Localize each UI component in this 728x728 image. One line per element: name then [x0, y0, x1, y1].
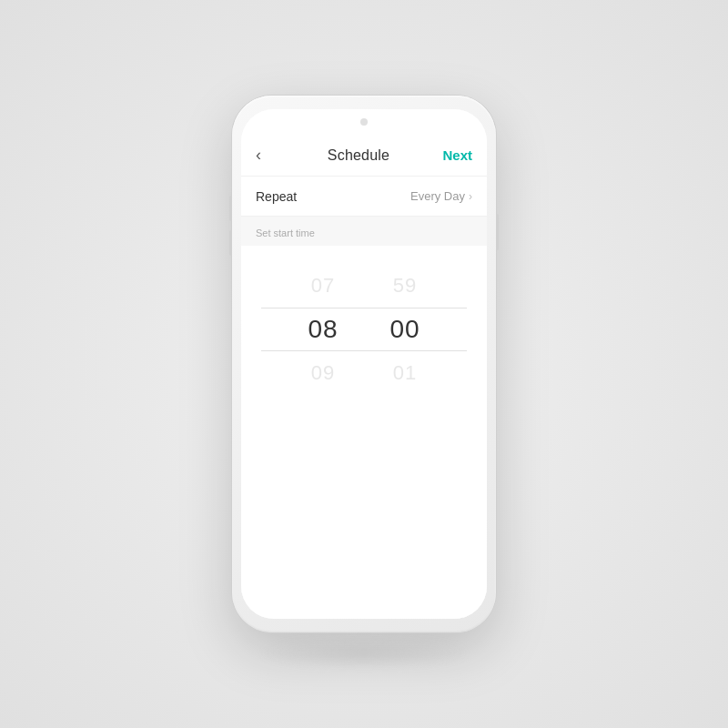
phone-screen: ‹ Schedule Next Repeat Every Day › Set s…: [241, 109, 487, 619]
min-prev: 59: [393, 274, 417, 298]
volume-up-button: [229, 196, 232, 221]
time-picker[interactable]: 07 59 08 00: [241, 264, 487, 395]
time-picker-container[interactable]: 07 59 08 00: [241, 246, 487, 619]
back-button[interactable]: ‹: [256, 146, 281, 165]
time-row-active[interactable]: 08 00: [241, 308, 487, 351]
hour-col-prev: 07: [282, 274, 364, 298]
next-button[interactable]: Next: [436, 147, 472, 163]
min-active: 00: [389, 315, 420, 344]
camera-dot: [360, 118, 368, 126]
power-button: [496, 214, 499, 250]
volume-down-button: [229, 230, 232, 256]
hour-prev: 07: [311, 274, 335, 298]
hour-col-next: 09: [282, 361, 364, 385]
min-col-prev: 59: [364, 274, 446, 298]
hour-col-active: 08: [282, 315, 364, 344]
chevron-right-icon: ›: [469, 190, 472, 203]
hour-active: 08: [308, 315, 338, 344]
app-header: ‹ Schedule Next: [241, 135, 487, 177]
app-content: Repeat Every Day › Set start time: [241, 177, 487, 619]
min-next: 01: [393, 361, 417, 385]
repeat-label: Repeat: [256, 189, 297, 204]
status-bar: [241, 109, 487, 135]
hour-next: 09: [311, 361, 335, 385]
min-col-next: 01: [364, 361, 446, 385]
set-start-time-label: Set start time: [241, 217, 487, 246]
repeat-row[interactable]: Repeat Every Day ›: [241, 177, 487, 217]
repeat-value: Every Day ›: [410, 189, 472, 203]
time-row-next[interactable]: 09 01: [241, 351, 487, 395]
repeat-value-text: Every Day: [410, 189, 465, 203]
time-row-prev[interactable]: 07 59: [241, 264, 487, 308]
min-col-active: 00: [364, 315, 446, 344]
page-title: Schedule: [328, 147, 389, 164]
phone-device: ‹ Schedule Next Repeat Every Day › Set s…: [232, 96, 496, 632]
